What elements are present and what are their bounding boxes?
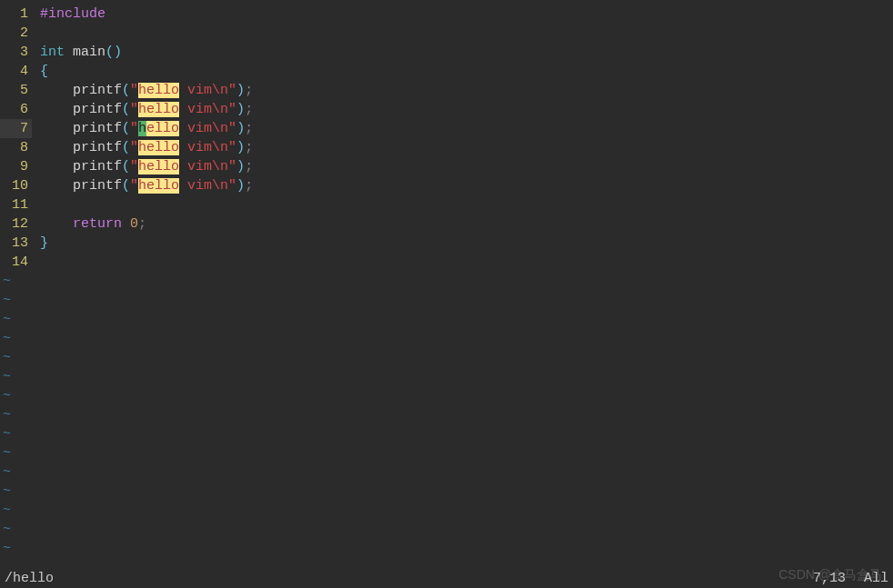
tilde-icon: ~: [0, 520, 11, 539]
line-content: printf("hello vim\n");: [32, 157, 893, 176]
tilde-line: ~: [0, 386, 893, 405]
code-line: 11: [0, 195, 893, 214]
status-line: /hello 7,13 All: [0, 568, 893, 588]
line-number: 10: [0, 176, 32, 195]
tilde-icon: ~: [0, 443, 11, 463]
code-line: 1 #include: [0, 5, 893, 24]
tilde-icon: ~: [0, 463, 11, 482]
tilde-line: ~: [0, 405, 893, 424]
tilde-icon: ~: [0, 310, 11, 329]
code-lines: 1 #include 2 3 int main()4 {5 printf("he…: [0, 5, 893, 272]
code-line: 3 int main(): [0, 43, 893, 62]
tilde-icon: ~: [0, 291, 11, 310]
line-content: return 0;: [32, 214, 893, 234]
line-number: 4: [0, 62, 32, 81]
tilde-line: ~: [0, 367, 893, 386]
code-line: 2: [0, 24, 893, 43]
code-line: 14: [0, 253, 893, 272]
tilde-line: ~: [0, 424, 893, 443]
tilde-line: ~: [0, 443, 893, 463]
line-content: {: [32, 62, 893, 81]
code-line: 10 printf("hello vim\n");: [0, 176, 893, 195]
code-line: 7 printf("hello vim\n");: [0, 119, 893, 138]
tilde-icon: ~: [0, 424, 11, 443]
scroll-indicator: All: [864, 569, 888, 588]
cursor-position: 7,13: [813, 569, 846, 588]
line-content: [32, 195, 893, 214]
code-line: 9 printf("hello vim\n");: [0, 157, 893, 176]
line-number: 14: [0, 253, 32, 272]
line-content: #include: [32, 5, 893, 24]
tilde-line: ~: [0, 291, 893, 310]
tilde-line: ~: [0, 539, 893, 558]
line-content: printf("hello vim\n");: [32, 176, 893, 195]
line-content: }: [32, 234, 893, 253]
line-number: 5: [0, 81, 32, 100]
tilde-icon: ~: [0, 329, 11, 348]
line-content: int main(): [32, 43, 893, 62]
tilde-icon: ~: [0, 272, 11, 291]
code-line: 5 printf("hello vim\n");: [0, 81, 893, 100]
code-line: 13 }: [0, 234, 893, 253]
line-number: 3: [0, 43, 32, 62]
tilde-icon: ~: [0, 539, 11, 558]
line-content: [32, 24, 893, 43]
line-number: 1: [0, 5, 32, 24]
tilde-line: ~: [0, 482, 893, 501]
search-command: /hello: [5, 569, 54, 588]
line-content: printf("hello vim\n");: [32, 81, 893, 100]
code-line: 6 printf("hello vim\n");: [0, 100, 893, 119]
tilde-icon: ~: [0, 405, 11, 424]
tilde-line: ~: [0, 520, 893, 539]
line-number: 9: [0, 157, 32, 176]
line-content: printf("hello vim\n");: [32, 138, 893, 157]
tilde-icon: ~: [0, 482, 11, 501]
line-content: printf("hello vim\n");: [32, 119, 893, 138]
line-number: 11: [0, 195, 32, 214]
line-number: 6: [0, 100, 32, 119]
line-number: 7: [0, 119, 32, 138]
line-number: 13: [0, 234, 32, 253]
line-number: 12: [0, 214, 32, 234]
status-right: 7,13 All: [813, 569, 888, 588]
tilde-icon: ~: [0, 367, 11, 386]
line-number: 8: [0, 138, 32, 157]
tilde-icon: ~: [0, 386, 11, 405]
code-line: 4 {: [0, 62, 893, 81]
tilde-lines: ~~~~~~~~~~~~~~~: [0, 272, 893, 558]
tilde-line: ~: [0, 463, 893, 482]
line-content: [32, 253, 893, 272]
tilde-line: ~: [0, 348, 893, 367]
tilde-line: ~: [0, 329, 893, 348]
tilde-line: ~: [0, 501, 893, 520]
tilde-line: ~: [0, 310, 893, 329]
code-line: 12 return 0;: [0, 214, 893, 234]
line-number: 2: [0, 24, 32, 43]
line-content: printf("hello vim\n");: [32, 100, 893, 119]
tilde-icon: ~: [0, 501, 11, 520]
editor-area[interactable]: 1 #include 2 3 int main()4 {5 printf("he…: [0, 0, 893, 568]
tilde-line: ~: [0, 272, 893, 291]
code-line: 8 printf("hello vim\n");: [0, 138, 893, 157]
tilde-icon: ~: [0, 348, 11, 367]
